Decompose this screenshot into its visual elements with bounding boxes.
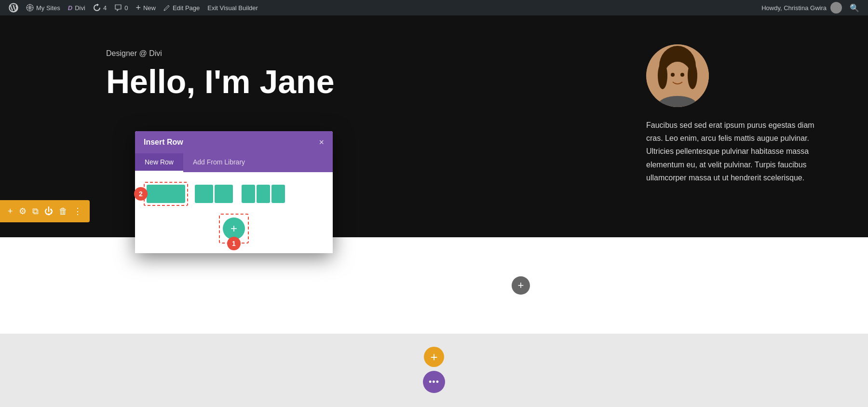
svg-point-2 — [834, 4, 838, 8]
exit-builder-link[interactable]: Exit Visual Builder — [203, 0, 262, 15]
layout-col-1 — [195, 185, 213, 203]
options-dots-icon: ••• — [429, 377, 439, 387]
step-badge-2: 2 — [134, 187, 148, 201]
insert-row-modal: Insert Row × New Row Add From Library 2 — [135, 131, 333, 253]
user-greeting: Howdy, Christina Gwira — [761, 4, 827, 12]
svg-point-6 — [658, 62, 667, 89]
layout-col-single — [147, 185, 185, 203]
add-section-orange-button[interactable]: + — [424, 347, 444, 367]
comments-menu[interactable]: 0 — [110, 0, 132, 15]
layout-single-col[interactable] — [144, 182, 188, 206]
white-section: + — [0, 237, 868, 334]
left-toolbar: + ⚙ ⧉ ⏻ 🗑 ⋮ — [0, 200, 90, 222]
hero-right: Faucibus sed sed erat ipsum purus egesta… — [627, 44, 829, 184]
add-section-right-button[interactable]: + — [512, 276, 530, 295]
hero-description: Faucibus sed sed erat ipsum purus egesta… — [646, 119, 829, 184]
add-orange-icon: + — [430, 350, 437, 365]
svg-point-8 — [671, 73, 675, 77]
layout-col-c — [271, 185, 285, 203]
modal-header: Insert Row × — [135, 131, 333, 153]
step-badge-1: 1 — [227, 237, 241, 250]
modal-title: Insert Row — [144, 138, 183, 147]
divi-menu[interactable]: D Divi — [64, 0, 89, 15]
row-layouts: 2 — [144, 182, 324, 206]
options-button[interactable]: ••• — [423, 371, 445, 393]
updates-menu[interactable]: 4 — [89, 0, 110, 15]
modal-tabs: New Row Add From Library — [135, 153, 333, 172]
hero-subtitle: Designer @ Divi — [106, 49, 627, 58]
edit-page-link[interactable]: Edit Page — [160, 0, 203, 15]
hero-avatar — [646, 44, 709, 107]
add-row-area: + 1 — [144, 214, 324, 244]
user-avatar[interactable] — [830, 2, 842, 14]
add-row-btn-wrapper: + 1 — [219, 214, 249, 244]
layout-three-col[interactable] — [240, 183, 287, 205]
admin-bar-right: Howdy, Christina Gwira 🔍 — [761, 2, 863, 14]
divi-label: Divi — [75, 4, 85, 12]
layout-col-b — [257, 185, 270, 203]
exit-builder-label: Exit Visual Builder — [207, 4, 258, 12]
avatar-image — [646, 44, 709, 107]
toolbar-power-icon[interactable]: ⏻ — [42, 205, 55, 217]
modal-body: 2 — [135, 172, 333, 253]
svg-point-7 — [688, 62, 697, 89]
tab-add-from-library[interactable]: Add From Library — [183, 153, 255, 172]
svg-point-5 — [664, 62, 691, 93]
wordpress-logo[interactable] — [5, 0, 22, 15]
toolbar-settings-icon[interactable]: ⚙ — [17, 205, 28, 217]
toolbar-add-icon[interactable]: + — [6, 205, 15, 217]
toolbar-clone-icon[interactable]: ⧉ — [30, 205, 41, 217]
hero-title: Hello, I'm Jane — [106, 64, 627, 100]
my-sites-label: My Sites — [36, 4, 60, 12]
bottom-section: + ••• — [0, 334, 868, 407]
svg-point-9 — [680, 73, 684, 77]
search-icon[interactable]: 🔍 — [846, 3, 863, 13]
toolbar-trash-icon[interactable]: 🗑 — [57, 205, 69, 217]
comments-count: 0 — [124, 4, 128, 12]
edit-page-label: Edit Page — [173, 4, 200, 12]
new-label: New — [143, 4, 156, 12]
toolbar-more-icon[interactable]: ⋮ — [71, 205, 84, 217]
add-section-right-icon: + — [518, 279, 524, 292]
hero-section: Designer @ Divi Hello, I'm Jane Insert R… — [0, 15, 868, 237]
layout-col-2 — [215, 185, 233, 203]
new-menu[interactable]: + New — [132, 0, 160, 15]
layout-1-container: 2 — [144, 182, 188, 206]
tab-new-row[interactable]: New Row — [135, 153, 183, 172]
admin-bar: My Sites D Divi 4 0 + New Edit Page Exit… — [0, 0, 868, 15]
divi-logo-icon: D — [68, 4, 72, 12]
hero-left: Designer @ Divi Hello, I'm Jane Insert R… — [106, 44, 627, 114]
layout-two-col[interactable] — [193, 183, 235, 205]
updates-count: 4 — [103, 4, 107, 12]
my-sites-menu[interactable]: My Sites — [22, 0, 64, 15]
main-content: Designer @ Divi Hello, I'm Jane Insert R… — [0, 15, 868, 407]
modal-close-button[interactable]: × — [319, 138, 324, 147]
layout-col-a — [242, 185, 255, 203]
